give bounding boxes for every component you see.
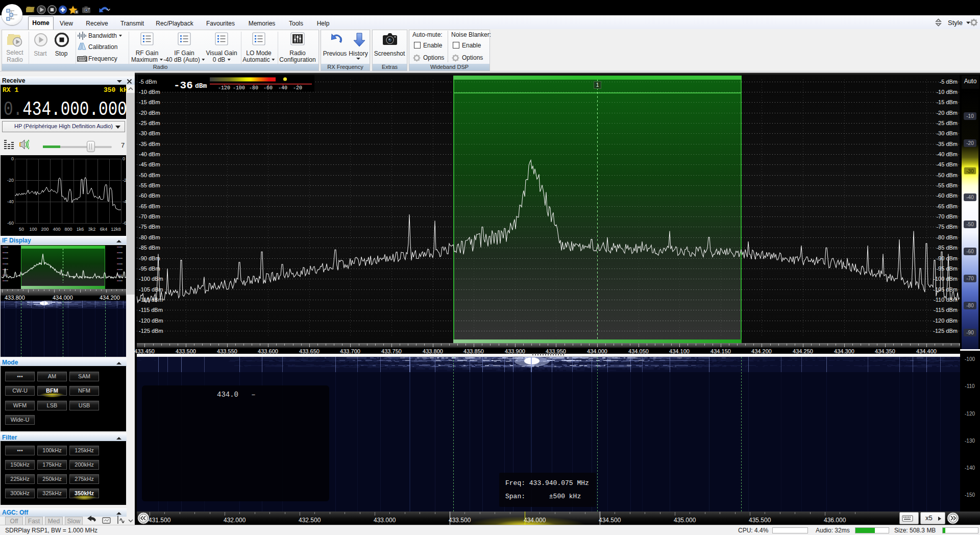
svg-text:Style: Style — [948, 19, 963, 27]
